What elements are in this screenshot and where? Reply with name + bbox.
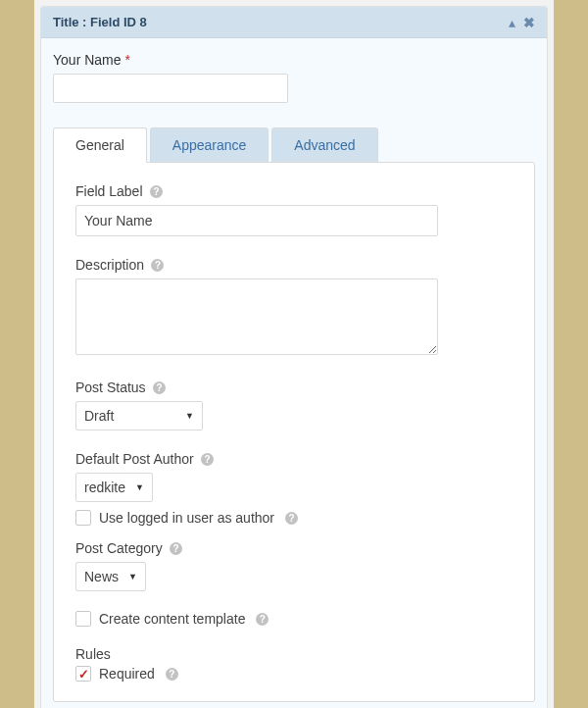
tab-general[interactable]: General (53, 127, 147, 163)
label-post-status: Post Status (75, 379, 146, 395)
preview-input[interactable] (53, 74, 288, 103)
tab-advanced[interactable]: Advanced (271, 127, 377, 163)
checkbox-use-logged-in[interactable] (75, 510, 91, 526)
label-use-logged-in: Use logged in user as author (99, 510, 274, 526)
preview-label: Your Name * (53, 52, 535, 68)
help-icon[interactable]: ? (201, 453, 214, 466)
checkbox-create-template[interactable] (75, 611, 91, 627)
help-icon[interactable]: ? (170, 542, 182, 555)
page-wrap: Title : Field ID 8 ▴ ✖ Your Name * Gener… (34, 0, 554, 708)
label-required: Required (99, 666, 155, 682)
field-settings-panel: Title : Field ID 8 ▴ ✖ Your Name * Gener… (40, 6, 548, 708)
help-icon[interactable]: ? (153, 381, 166, 394)
select-post-category[interactable]: News (75, 562, 146, 591)
close-icon[interactable]: ✖ (523, 16, 535, 29)
row-post-status: Post Status ? Draft (75, 379, 513, 430)
help-icon[interactable]: ? (285, 512, 298, 525)
row-use-logged-in: Use logged in user as author ? (75, 510, 513, 526)
input-field-label[interactable] (75, 205, 438, 236)
preview-label-text: Your Name (53, 52, 122, 68)
label-default-author: Default Post Author (75, 451, 194, 467)
textarea-description[interactable] (75, 278, 438, 355)
field-preview: Your Name * General Appearance Advanced … (41, 38, 547, 708)
collapse-icon[interactable]: ▴ (509, 16, 515, 29)
tab-content-general: Field Label ? Description ? Post Status … (53, 162, 535, 702)
panel-header-actions: ▴ ✖ (509, 16, 535, 29)
panel-header: Title : Field ID 8 ▴ ✖ (41, 7, 547, 38)
tab-appearance[interactable]: Appearance (150, 127, 270, 163)
row-field-label: Field Label ? (75, 182, 513, 236)
row-create-template: Create content template ? (75, 611, 513, 627)
row-post-category: Post Category ? News (75, 539, 513, 591)
help-icon[interactable]: ? (151, 259, 164, 272)
help-icon[interactable]: ? (150, 185, 163, 198)
row-description: Description ? (75, 256, 513, 359)
required-star: * (124, 52, 129, 68)
row-rules: Rules Required ? (75, 646, 513, 682)
label-field-label: Field Label (75, 183, 143, 199)
select-post-status[interactable]: Draft (75, 401, 203, 430)
select-default-author[interactable]: redkite (75, 473, 153, 502)
panel-title: Title : Field ID 8 (53, 15, 147, 29)
help-icon[interactable]: ? (256, 613, 269, 626)
checkbox-required[interactable] (75, 666, 91, 682)
label-post-category: Post Category (75, 540, 163, 556)
label-description: Description (75, 257, 144, 273)
settings-tabs: General Appearance Advanced (53, 126, 535, 162)
label-create-template: Create content template (99, 611, 245, 627)
row-default-author: Default Post Author ? redkite (75, 450, 513, 502)
help-icon[interactable]: ? (166, 668, 178, 681)
rules-heading: Rules (75, 646, 513, 662)
